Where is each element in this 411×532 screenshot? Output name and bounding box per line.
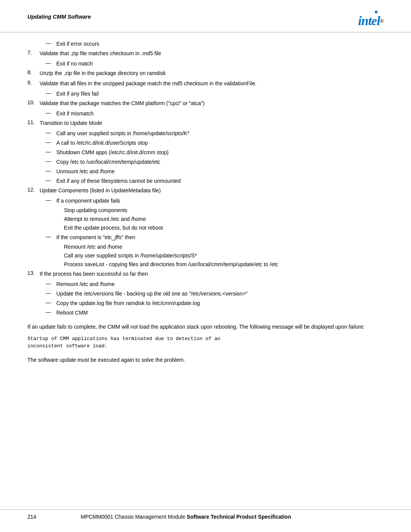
dash-12-1: — [46,197,56,203]
page: Updating CMM Software intel® — Exit if e… [0,0,411,532]
list-text-7: Validate that .zip file matches checksum… [40,50,161,58]
section-item-13: 13. If the process has been successful s… [27,270,384,317]
list-num-10: 10. [27,99,40,105]
list-item-10: 10. Validate that the package matches th… [27,99,384,107]
list-item-8: 8. Unzip the .zip file in the package di… [27,69,384,77]
sub-item-11-1: — Call any user supplied scripts in /hom… [46,129,384,137]
text-9-1: Exit if any files fail [56,90,99,98]
dash-13-4: — [46,309,56,315]
sub-item-11-4: — Copy /etc to /usr/local/cmm/temp/updat… [46,158,384,166]
list-num-9: 9. [27,80,40,86]
text-sub-sub-12-1-2: Attempt to remount /etc and /home [64,216,146,222]
sub-item-12-1: — If a component update fails [46,197,384,205]
page-header: Updating CMM Software intel® [0,0,411,32]
text-11-6: Exit if any of these filesystems cannot … [56,177,181,185]
text-12-1: If a component update fails [56,197,120,205]
text-7-1: Exit if no match [56,60,93,68]
sub-item-13-4: — Reboot CMM [46,309,384,317]
paragraph-2: The software update must be executed aga… [27,356,384,364]
section-item-8: 8. Unzip the .zip file in the package di… [27,69,384,77]
paragraph-1: If an update fails to complete, the CMM … [27,323,384,331]
text-13-3: Copy the update.log file from ramdisk to… [56,299,200,307]
section-item-10: 10. Validate that the package matches th… [27,99,384,118]
dash-13-2: — [46,290,56,296]
list-item-11: 11. Transition to Update Mode [27,119,384,127]
intel-logo-text: intel [358,14,380,28]
sub-sub-12-2-1: Remount /etc and /home [64,243,384,251]
text-11-1: Call any user supplied scripts in /home/… [56,129,189,137]
list-text-8: Unzip the .zip file in the package direc… [40,69,166,77]
text-12-2: If the component is "etc_jffs" then [56,233,135,241]
list-item-13: 13. If the process has been successful s… [27,270,384,278]
sub-item-7-1: — Exit if no match [46,60,384,68]
text-10-1: Exit if mismatch [56,110,94,118]
sub-item-11-3: — Shutdown CMM apps (/etc/rc.d/init.d/cm… [46,149,384,157]
dash-13-3: — [46,299,56,305]
list-text-12: Update Components (listed in UpdateMetad… [40,187,161,195]
sub-item-exit-error: — Exit if error occurs [46,40,384,48]
sub-sub-12-2-3: Process saveList - copying files and dir… [64,260,384,268]
list-text-10: Validate that the package matches the CM… [40,99,205,107]
dash-11-4: — [46,158,56,164]
text-sub-sub-12-1-1: Stop updating components [64,207,127,213]
code-block: Startup of CMM applications has terminat… [27,335,384,350]
dash-11-2: — [46,139,56,145]
footer-title-prefix: MPCMM0001 Chassis Management Module [81,514,187,520]
text-11-5: Unmount /etc and /home [56,168,115,176]
sub-item-13-2: — Update the /etc/versions file - backin… [46,290,384,298]
list-num-7: 7. [27,50,40,56]
list-item-9: 9. Validate that all files in the unzipp… [27,80,384,88]
text-11-2: A call to /etc/rc.d/init.d/userScripts s… [56,139,148,147]
list-text-11: Transition to Update Mode [40,119,102,127]
page-footer: 214 MPCMM0001 Chassis Management Module … [0,510,411,520]
text-13-1: Remount /etc and /home [56,280,115,288]
list-num-8: 8. [27,69,40,75]
section-item-7: 7. Validate that .zip file matches check… [27,50,384,68]
intel-logo: intel® [358,14,384,28]
text-sub-sub-12-2-1: Remount /etc and /home [64,244,122,250]
text-13-2: Update the /etc/versions file - backing … [56,290,248,298]
dash-13-1: — [46,280,56,286]
text-11-4: Copy /etc to /usr/local/cmm/temp/update/… [56,158,160,166]
list-item-12: 12. Update Components (listed in UpdateM… [27,187,384,195]
dash-10-1: — [46,110,56,116]
dash-11-6: — [46,177,56,183]
list-num-12: 12. [27,187,40,193]
text-sub-sub-12-2-2: Call any user supplied scripts in /home/… [64,252,197,259]
sub-item-11-5: — Unmount /etc and /home [46,168,384,176]
sub-sub-12-1-3: Exit the update process, but do not rebo… [64,224,384,232]
sub-item-11-6: — Exit if any of these filesystems canno… [46,177,384,185]
footer-title: MPCMM0001 Chassis Management Module Soft… [81,514,291,520]
sub-item-13-3: — Copy the update.log file from ramdisk … [46,299,384,307]
section-item-9: 9. Validate that all files in the unzipp… [27,80,384,98]
text-13-4: Reboot CMM [56,309,88,317]
footer-title-bold: Software Technical Product Specification [187,514,291,520]
sub-item-13-1: — Remount /etc and /home [46,280,384,288]
list-text-13: If the process has been successful so fa… [40,270,148,278]
list-num-13: 13. [27,270,40,276]
list-item-7: 7. Validate that .zip file matches check… [27,50,384,58]
section-item-12: 12. Update Components (listed in UpdateM… [27,187,384,268]
page-header-title: Updating CMM Software [27,14,91,20]
footer-page-num: 214 [27,514,50,520]
sub-item-12-2: — If the component is "etc_jffs" then [46,233,384,241]
text-sub-sub-12-2-3: Process saveList - copying files and dir… [64,261,278,267]
dash-7-1: — [46,60,56,66]
dash-11-5: — [46,168,56,174]
sub-sub-12-1-2: Attempt to remount /etc and /home [64,215,384,223]
dash-11-3: — [46,149,56,155]
main-content: — Exit if error occurs 7. Validate that … [0,40,411,375]
dash-9-1: — [46,90,56,96]
sub-item-9-1: — Exit if any files fail [46,90,384,98]
sub-item-11-2: — A call to /etc/rc.d/init.d/userScripts… [46,139,384,147]
dash-exit-error: — [46,40,56,46]
sub-sub-12-2-2: Call any user supplied scripts in /home/… [64,252,384,260]
dash-11-1: — [46,129,56,136]
text-11-3: Shutdown CMM apps (/etc/rc.d/init.d/cmm … [56,149,169,157]
section-item-11: 11. Transition to Update Mode — Call any… [27,119,384,185]
sub-item-10-1: — Exit if mismatch [46,110,384,118]
dash-12-2: — [46,233,56,240]
text-exit-error: Exit if error occurs [56,40,99,48]
intel-logo-reg: ® [380,18,384,24]
list-text-9: Validate that all files in the unzipped … [40,80,256,88]
